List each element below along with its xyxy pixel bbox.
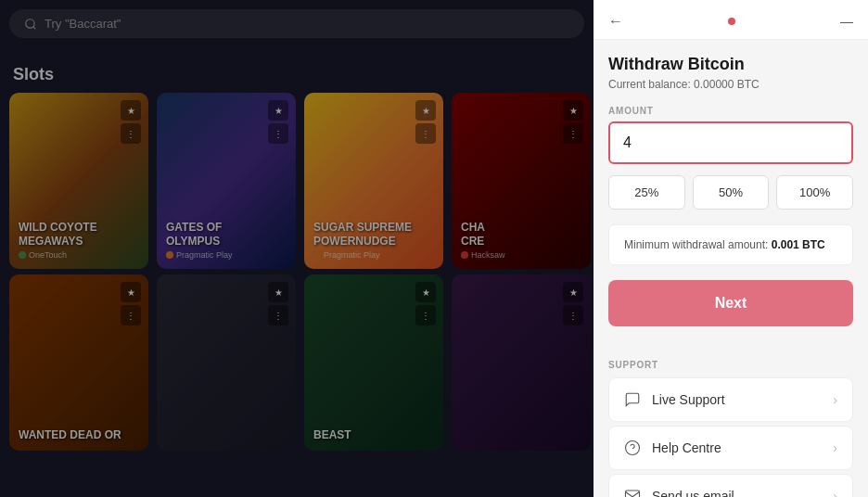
game-provider: OneTouch (19, 250, 139, 260)
info-icon[interactable]: ⋮ (415, 305, 436, 325)
info-icon[interactable]: ⋮ (563, 305, 583, 325)
support-section: SUPPORT Live Support › Help Centre › Sen… (594, 360, 868, 497)
svg-point-0 (26, 19, 34, 27)
favorite-icon[interactable]: ★ (121, 100, 141, 121)
game-grid: ★ ⋮ WILD COYOTEMEGAWAYS OneTouch ★ ⋮ GAT… (9, 93, 594, 451)
support-label: SUPPORT (608, 360, 853, 370)
info-icon[interactable]: ⋮ (563, 123, 583, 144)
chat-icon (624, 391, 641, 408)
favorite-icon[interactable]: ★ (268, 100, 288, 121)
balance-display: Current balance: 0.00000 BTC (608, 78, 853, 91)
progress-indicator (728, 18, 735, 25)
game-provider: Pragmatic Play (313, 250, 434, 260)
game-title: WANTED DEAD OR (19, 428, 139, 441)
chevron-icon: › (833, 489, 837, 497)
game-title: CHACRE (461, 221, 581, 248)
favorite-icon[interactable]: ★ (121, 282, 141, 302)
pct-100-button[interactable]: 100% (776, 175, 853, 210)
favorite-icon[interactable]: ★ (563, 282, 583, 302)
favorite-icon[interactable]: ★ (563, 100, 583, 121)
send-email-label: Send us email (652, 489, 822, 497)
modal-header: ← — (594, 0, 868, 40)
min-withdrawal-notice: Minimum withdrawal amount: 0.001 BTC (608, 224, 853, 265)
game-provider: Pragmatic Play (166, 250, 287, 260)
mail-icon (624, 488, 641, 497)
game-title: WILD COYOTEMEGAWAYS (19, 221, 139, 248)
live-support-label: Live Support (652, 392, 822, 407)
help-icon (624, 440, 641, 456)
game-provider: Hacksaw (461, 250, 581, 260)
info-icon[interactable]: ⋮ (268, 123, 288, 144)
balance-label: Current balance: (608, 78, 691, 91)
game-card[interactable]: ★ ⋮ WANTED DEAD OR (9, 274, 148, 451)
send-email-item[interactable]: Send us email › (608, 474, 853, 497)
game-title: SUGAR SUPREMEPOWERNUDGE (313, 221, 434, 248)
game-card[interactable]: ★ ⋮ (157, 274, 296, 451)
help-centre-label: Help Centre (652, 440, 822, 455)
search-bar[interactable]: Try "Baccarat" (9, 9, 584, 38)
game-title: BEAST (313, 428, 434, 441)
game-card[interactable]: ★ ⋮ WILD COYOTEMEGAWAYS OneTouch (9, 93, 148, 269)
game-card[interactable]: ★ ⋮ CHACRE Hacksaw (452, 93, 591, 269)
chevron-icon: › (833, 392, 837, 407)
info-icon[interactable]: ⋮ (415, 123, 436, 144)
slots-heading: Slots (13, 65, 54, 84)
amount-input[interactable] (608, 121, 853, 164)
info-icon[interactable]: ⋮ (121, 305, 141, 325)
favorite-icon[interactable]: ★ (268, 282, 288, 302)
info-icon[interactable]: ⋮ (121, 123, 141, 144)
balance-value: 0.00000 BTC (694, 78, 760, 91)
modal-body: Withdraw Bitcoin Current balance: 0.0000… (594, 40, 868, 360)
pct-50-button[interactable]: 50% (693, 175, 770, 210)
withdrawal-modal: ← — Withdraw Bitcoin Current balance: 0.… (594, 0, 868, 497)
info-icon[interactable]: ⋮ (268, 305, 288, 325)
next-button[interactable]: Next (608, 280, 853, 326)
favorite-icon[interactable]: ★ (415, 100, 436, 121)
casino-background: Try "Baccarat" Slots ★ ⋮ WILD COYOTEMEGA… (0, 0, 594, 497)
minimize-button[interactable]: — (840, 14, 853, 29)
amount-label: AMOUNT (608, 106, 853, 116)
game-card[interactable]: ★ ⋮ SUGAR SUPREMEPOWERNUDGE Pragmatic Pl… (304, 93, 443, 269)
svg-point-1 (626, 441, 640, 455)
chevron-icon: › (833, 440, 837, 455)
percentage-buttons: 25% 50% 100% (608, 175, 853, 210)
live-support-item[interactable]: Live Support › (608, 377, 853, 422)
min-label: Minimum withdrawal amount: (624, 238, 768, 251)
favorite-icon[interactable]: ★ (415, 282, 436, 302)
game-card[interactable]: ★ ⋮ GATES OFOLYMPUS Pragmatic Play (157, 93, 296, 269)
help-centre-item[interactable]: Help Centre › (608, 426, 853, 470)
search-placeholder: Try "Baccarat" (45, 17, 121, 31)
game-card[interactable]: ★ ⋮ BEAST (304, 274, 443, 451)
modal-title: Withdraw Bitcoin (608, 55, 853, 74)
pct-25-button[interactable]: 25% (608, 175, 685, 210)
game-card[interactable]: ★ ⋮ (452, 274, 591, 451)
back-button[interactable]: ← (608, 13, 623, 30)
game-title: GATES OFOLYMPUS (166, 221, 287, 248)
min-amount: 0.001 BTC (772, 238, 825, 251)
